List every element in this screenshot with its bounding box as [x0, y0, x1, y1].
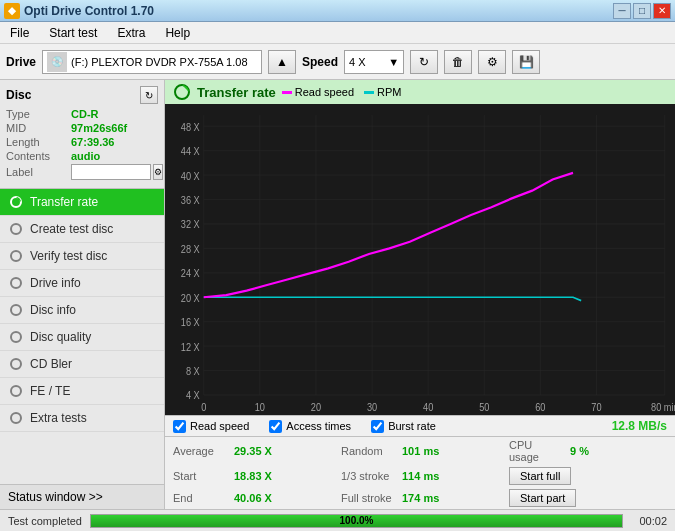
stat-random-label: Random — [341, 445, 396, 457]
disc-section-title: Disc — [6, 88, 31, 102]
minimize-button[interactable]: ─ — [613, 3, 631, 19]
disc-mid-label: MID — [6, 122, 71, 134]
disc-mid-row: MID 97m26s66f — [6, 122, 158, 134]
save-button[interactable]: 💾 — [512, 50, 540, 74]
svg-text:16 X: 16 X — [181, 317, 200, 328]
drive-icon: 💿 — [47, 52, 67, 72]
menu-help[interactable]: Help — [159, 24, 196, 42]
stat-start-full-group: Start full — [509, 467, 667, 485]
svg-point-7 — [11, 386, 21, 396]
drive-select[interactable]: 💿 (F:) PLEXTOR DVDR PX-755A 1.08 — [42, 50, 262, 74]
maximize-button[interactable]: □ — [633, 3, 651, 19]
svg-text:4 X: 4 X — [186, 390, 200, 401]
stat-cpu-value: 9 % — [570, 445, 620, 457]
disc-label-label: Label — [6, 166, 71, 178]
close-button[interactable]: ✕ — [653, 3, 671, 19]
nav-item-verify-test-disc[interactable]: Verify test disc — [0, 243, 164, 270]
checkbox-access-times-input[interactable] — [269, 420, 282, 433]
checkbox-burst-rate-input[interactable] — [371, 420, 384, 433]
nav-label-fe-te: FE / TE — [30, 384, 70, 398]
time-display: 00:02 — [631, 515, 667, 527]
disc-contents-label: Contents — [6, 150, 71, 162]
nav-icon-create-test-disc — [8, 221, 24, 237]
legend-rpm: RPM — [364, 86, 401, 98]
svg-text:28 X: 28 X — [181, 243, 200, 254]
disc-label-input[interactable] — [71, 164, 151, 180]
status-window-button[interactable]: Status window >> — [0, 484, 164, 509]
start-part-button[interactable]: Start part — [509, 489, 576, 507]
stat-cpu-label: CPU usage — [509, 439, 564, 463]
chart-svg: 48 X 44 X 40 X 36 X 32 X 28 X 24 X 20 X … — [165, 104, 675, 415]
nav-item-create-test-disc[interactable]: Create test disc — [0, 216, 164, 243]
nav-icon-fe-te — [8, 383, 24, 399]
stat-average-value: 29.35 X — [234, 445, 284, 457]
nav-item-disc-quality[interactable]: Disc quality — [0, 324, 164, 351]
svg-text:10: 10 — [255, 401, 265, 412]
svg-text:44 X: 44 X — [181, 146, 200, 157]
stat-start: Start 18.83 X — [173, 470, 331, 482]
settings-button[interactable]: ⚙ — [478, 50, 506, 74]
nav-item-drive-info[interactable]: Drive info — [0, 270, 164, 297]
stat-third-stroke-value: 114 ms — [402, 470, 452, 482]
stat-start-label: Start — [173, 470, 228, 482]
svg-point-8 — [11, 413, 21, 423]
nav-item-extra-tests[interactable]: Extra tests — [0, 405, 164, 432]
svg-point-6 — [11, 359, 21, 369]
chart-title: Transfer rate — [197, 85, 276, 100]
clear-button[interactable]: 🗑 — [444, 50, 472, 74]
svg-point-4 — [11, 305, 21, 315]
svg-text:30: 30 — [367, 401, 377, 412]
disc-type-label: Type — [6, 108, 71, 120]
title-bar-left: ◆ Opti Drive Control 1.70 — [4, 3, 154, 19]
disc-refresh-button[interactable]: ↻ — [140, 86, 158, 104]
nav-label-drive-info: Drive info — [30, 276, 81, 290]
stats-row-1: Average 29.35 X Random 101 ms CPU usage … — [165, 437, 675, 465]
sidebar: Disc ↻ Type CD-R MID 97m26s66f Length 67… — [0, 80, 165, 509]
disc-title-row: Disc ↻ — [6, 86, 158, 104]
nav-item-disc-info[interactable]: Disc info — [0, 297, 164, 324]
nav-list: Transfer rate Create test disc Verify te… — [0, 189, 164, 484]
svg-point-1 — [11, 224, 21, 234]
checkbox-burst-rate[interactable]: Burst rate — [371, 420, 436, 433]
checkbox-read-speed[interactable]: Read speed — [173, 420, 249, 433]
stat-random-value: 101 ms — [402, 445, 452, 457]
checkbox-access-times-label: Access times — [286, 420, 351, 432]
disc-mid-value: 97m26s66f — [71, 122, 127, 134]
nav-icon-disc-info — [8, 302, 24, 318]
svg-text:48 X: 48 X — [181, 121, 200, 132]
checkbox-burst-rate-label: Burst rate — [388, 420, 436, 432]
checkbox-access-times[interactable]: Access times — [269, 420, 351, 433]
disc-type-row: Type CD-R — [6, 108, 158, 120]
nav-item-transfer-rate[interactable]: Transfer rate — [0, 189, 164, 216]
svg-text:20 X: 20 X — [181, 292, 200, 303]
nav-item-fe-te[interactable]: FE / TE — [0, 378, 164, 405]
menu-start-test[interactable]: Start test — [43, 24, 103, 42]
disc-label-button[interactable]: ⚙ — [153, 164, 163, 180]
nav-label-extra-tests: Extra tests — [30, 411, 87, 425]
disc-label-row: Label ⚙ — [6, 164, 158, 180]
stats-area: Average 29.35 X Random 101 ms CPU usage … — [165, 436, 675, 509]
stat-full-stroke-label: Full stroke — [341, 492, 396, 504]
chart-checkboxes: Read speed Access times Burst rate 12.8 … — [165, 415, 675, 436]
menu-extra[interactable]: Extra — [111, 24, 151, 42]
status-window-label: Status window >> — [8, 490, 103, 504]
menu-file[interactable]: File — [4, 24, 35, 42]
stats-row-3: End 40.06 X Full stroke 174 ms Start par… — [165, 487, 675, 509]
svg-text:40: 40 — [423, 401, 433, 412]
svg-text:80 min: 80 min — [651, 401, 675, 412]
nav-icon-transfer-rate — [8, 194, 24, 210]
speed-select[interactable]: 4 X ▼ — [344, 50, 404, 74]
svg-text:8 X: 8 X — [186, 366, 200, 377]
chart-header: Transfer rate Read speed RPM — [165, 80, 675, 104]
stat-end-label: End — [173, 492, 228, 504]
legend-rpm-color — [364, 91, 374, 94]
checkbox-read-speed-input[interactable] — [173, 420, 186, 433]
eject-button[interactable]: ▲ — [268, 50, 296, 74]
nav-icon-drive-info — [8, 275, 24, 291]
title-bar: ◆ Opti Drive Control 1.70 ─ □ ✕ — [0, 0, 675, 22]
speed-refresh-button[interactable]: ↻ — [410, 50, 438, 74]
burst-rate-value: 12.8 MB/s — [612, 419, 667, 433]
nav-item-cd-bler[interactable]: CD Bler — [0, 351, 164, 378]
stat-average: Average 29.35 X — [173, 445, 331, 457]
start-full-button[interactable]: Start full — [509, 467, 571, 485]
